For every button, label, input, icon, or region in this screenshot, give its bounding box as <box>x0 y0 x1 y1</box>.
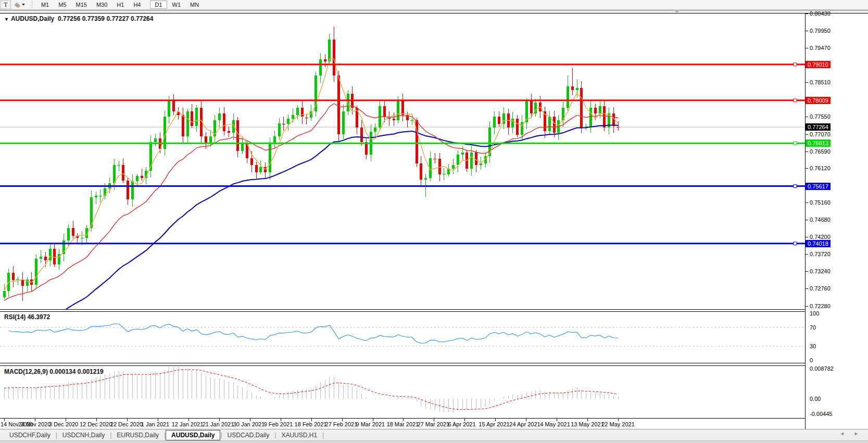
date-label: 9 Mar 2021 <box>356 421 385 427</box>
sr-line-handle <box>794 142 797 145</box>
macd-scale-label: 0.00 <box>810 396 821 402</box>
date-label: 12 Jan 2021 <box>172 421 204 427</box>
price-tick-label: 0.74200 <box>810 234 831 240</box>
price-tick-dash <box>806 48 808 48</box>
current-price-label: 0.77264 <box>806 123 831 131</box>
tab-scroll-left-icon[interactable]: ◄ <box>840 431 849 436</box>
date-label: 1 Jan 2021 <box>141 421 169 427</box>
date-label: 22 May 2021 <box>601 421 635 427</box>
price-tick-label: 0.73240 <box>810 268 831 274</box>
rsi-panel[interactable] <box>0 312 805 363</box>
candle-body <box>452 165 455 169</box>
candle-body <box>67 228 70 241</box>
candle-body <box>255 165 258 172</box>
tab-xauusd[interactable]: XAUUSD,H1 <box>276 431 322 440</box>
candle-body <box>40 257 42 258</box>
price-tick-dash <box>806 117 808 117</box>
tab-separator: | <box>322 432 324 439</box>
macd-label: MACD(12,26,9) 0.000134 0.001219 <box>4 368 104 375</box>
objects-tool-button[interactable] <box>12 1 28 9</box>
timeframe-button-w1[interactable]: W1 <box>168 1 185 9</box>
text-tool-button[interactable]: T <box>1 1 11 9</box>
price-tick-label: 0.73720 <box>810 251 831 257</box>
tab-usdcnh[interactable]: USDCNH,Daily <box>57 431 110 440</box>
date-label: 30 Jan 2021 <box>233 421 265 427</box>
candle-body <box>3 291 6 297</box>
candle-body <box>393 119 395 120</box>
tab-usdchf[interactable]: USDCHF,Daily <box>4 431 56 440</box>
timeframe-button-m5[interactable]: M5 <box>54 1 70 9</box>
candles-group <box>3 27 620 301</box>
price-tick-label: 0.76120 <box>810 165 831 171</box>
candle-body <box>131 181 134 199</box>
candle-body <box>21 280 24 286</box>
price-tick-dash <box>806 14 808 14</box>
candle-body <box>259 167 262 172</box>
price-tick-dash <box>806 237 808 237</box>
candle-body <box>163 117 166 149</box>
rsi-panel-bottom-border <box>0 363 868 363</box>
rsi-label: RSI(14) 46.3972 <box>4 313 50 321</box>
timeframe-button-m15[interactable]: M15 <box>72 1 91 9</box>
sr-line-handle <box>794 242 797 245</box>
candle-body <box>12 273 15 280</box>
candle-body <box>328 40 331 61</box>
candle-body <box>186 111 189 136</box>
candle-body <box>278 123 281 136</box>
candle-body <box>168 100 170 116</box>
candle-body <box>250 158 253 166</box>
candle-body <box>599 106 601 113</box>
chart-tab-bar: USDCHF,Daily|USDCNH,Daily|EURUSD,Daily|A… <box>0 429 868 440</box>
timeframe-button-m1[interactable]: M1 <box>37 1 53 9</box>
candle-body <box>337 75 340 134</box>
macd-scale-label: 0.008782 <box>810 365 834 372</box>
date-label: 3 Dec 2020 <box>49 421 78 427</box>
chart-title: ▼AUDUSD,Daily 0.77256 0.77359 0.77227 0.… <box>4 15 153 22</box>
chart-collapse-arrow-icon[interactable]: ▼ <box>4 17 9 22</box>
tab-usdcad[interactable]: USDCAD,Daily <box>222 431 275 440</box>
ma-slow-line <box>4 125 618 310</box>
timeframe-button-m30[interactable]: M30 <box>92 1 111 9</box>
candle-body <box>470 153 473 169</box>
date-label: 22 Dec 2020 <box>110 421 143 427</box>
candle-body <box>498 117 500 124</box>
timeframe-button-h1[interactable]: H1 <box>112 1 128 9</box>
candle-body <box>136 176 139 181</box>
macd-panel[interactable] <box>0 366 805 418</box>
candle-body <box>342 111 345 134</box>
timeframe-buttons: M1M5M15M30H1H4D1W1MN <box>36 1 204 9</box>
price-axis[interactable]: 0.804300.799500.794700.785100.775500.770… <box>806 14 868 429</box>
timeframe-button-mn[interactable]: MN <box>186 1 203 9</box>
tab-audusd[interactable]: AUDUSD,Daily <box>166 430 220 440</box>
price-tick-dash <box>806 134 808 135</box>
date-label: 21 Jan 2021 <box>203 421 234 427</box>
candle-body <box>553 117 556 133</box>
price-tick-label: 0.80430 <box>810 10 831 17</box>
candle-body <box>26 280 29 286</box>
chart-title-ohlc: 0.77256 0.77359 0.77227 0.77264 <box>58 15 154 22</box>
tab-eurusd[interactable]: EURUSD,Daily <box>111 431 164 440</box>
candle-body <box>603 106 606 128</box>
candle-body <box>567 86 569 108</box>
candle-body <box>44 257 47 260</box>
candle-body <box>516 119 519 135</box>
candle-body <box>401 100 404 115</box>
date-axis[interactable]: 14 Nov 202024 Nov 20203 Dec 202012 Dec 2… <box>0 419 805 429</box>
price-tick-dash <box>806 306 808 307</box>
toolbar-gap <box>145 1 149 9</box>
tab-scroll-right-icon[interactable]: ► <box>854 431 863 436</box>
rsi-scale-label: 70 <box>810 324 816 331</box>
candle-body <box>236 120 239 151</box>
price-tick-dash <box>806 220 808 220</box>
candle-body <box>548 117 551 131</box>
date-label: 18 Feb 2021 <box>295 421 327 427</box>
timeframe-button-h4[interactable]: H4 <box>129 1 145 9</box>
candle-body <box>530 100 533 113</box>
sr-line-handle <box>794 63 797 66</box>
timeframe-button-d1[interactable]: D1 <box>150 1 167 9</box>
candle-body <box>154 138 157 142</box>
main-price-chart[interactable] <box>0 14 805 309</box>
candle-body <box>287 119 290 124</box>
price-tick-dash <box>806 254 808 255</box>
candle-body <box>420 163 422 180</box>
